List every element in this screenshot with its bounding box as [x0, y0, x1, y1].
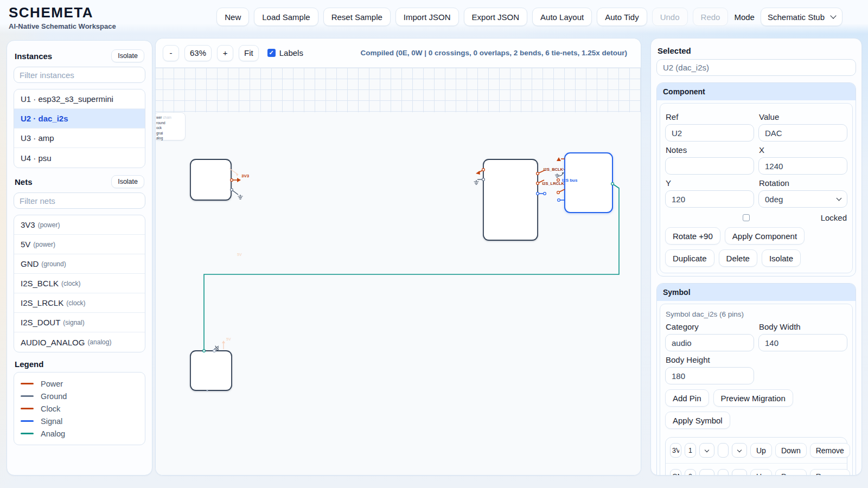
- chevron-down-icon: [705, 473, 709, 476]
- pin-type-select[interactable]: [732, 469, 747, 476]
- legend-title: Legend: [15, 359, 43, 369]
- net-item-i2s-dout[interactable]: I2S_DOUT (signal): [14, 313, 145, 332]
- legend-label: Ground: [41, 392, 67, 401]
- schematic-drawing: 3V3 5V I2S_BC: [156, 68, 641, 476]
- labels-checkbox[interactable]: ✓: [267, 49, 276, 57]
- apply-symbol-button[interactable]: Apply Symbol: [665, 412, 730, 429]
- compile-status: Compiled (0E, 0W | 0 crossings, 0 overla…: [361, 49, 634, 57]
- pin-number-input[interactable]: [685, 469, 696, 476]
- delete-button[interactable]: Delete: [719, 249, 757, 267]
- pin-type-select[interactable]: [732, 443, 747, 458]
- body-width-input[interactable]: [758, 334, 847, 351]
- pin-name-input[interactable]: [670, 469, 681, 476]
- redo-button[interactable]: Redo: [693, 8, 729, 26]
- instance-item-u1[interactable]: U1 · esp32_s3_supermini: [14, 89, 145, 109]
- ref-input[interactable]: [665, 124, 754, 142]
- apply-component-button[interactable]: Apply Component: [725, 227, 805, 245]
- fit-button[interactable]: Fit: [239, 45, 259, 61]
- pin-down-button[interactable]: Down: [775, 443, 807, 458]
- instance-item-u4[interactable]: U4 · psu: [14, 148, 145, 168]
- pin-down-button[interactable]: Down: [775, 469, 807, 476]
- instance-item-u2[interactable]: U2 · dac_i2s: [14, 109, 145, 129]
- net-name: I2S_LRCLK: [21, 298, 63, 307]
- net-item-3v3[interactable]: 3V3 (power): [14, 215, 145, 235]
- net-name: GND: [21, 259, 39, 268]
- category-label: Category: [666, 322, 754, 331]
- wire-audio-analog[interactable]: [204, 184, 619, 350]
- nets-isolate-button[interactable]: Isolate: [111, 175, 144, 188]
- category-input[interactable]: [665, 334, 754, 351]
- instances-list: U1 · esp32_s3_supermini U2 · dac_i2s U3 …: [14, 89, 145, 168]
- pin-side-select[interactable]: [699, 469, 714, 476]
- net-item-i2s-lrclk[interactable]: I2S_LRCLK (clock): [14, 293, 145, 313]
- instances-isolate-button[interactable]: Isolate: [111, 49, 144, 62]
- duplicate-button[interactable]: Duplicate: [665, 249, 714, 267]
- pin-name-input[interactable]: [670, 443, 681, 458]
- net-type: (power): [33, 241, 55, 248]
- isolate-button[interactable]: Isolate: [762, 249, 801, 267]
- ground-symbol: [238, 195, 243, 199]
- new-button[interactable]: New: [216, 8, 249, 26]
- reset-sample-button[interactable]: Reset Sample: [323, 8, 391, 26]
- legend-label: Power: [41, 380, 63, 388]
- net-item-5v[interactable]: 5V (power): [14, 235, 145, 254]
- locked-label: Locked: [821, 213, 847, 222]
- add-pin-button[interactable]: Add Pin: [665, 389, 709, 407]
- notes-input[interactable]: [665, 157, 754, 175]
- net-type: (clock): [61, 280, 80, 287]
- body-height-label: Body Height: [666, 355, 754, 364]
- legend-item-clock: Clock: [21, 402, 138, 415]
- net-label-i2s-lrclk: I2S_LRCLK: [542, 181, 564, 186]
- pin-up-button[interactable]: Up: [750, 469, 772, 476]
- import-json-button[interactable]: Import JSON: [395, 8, 459, 26]
- load-sample-button[interactable]: Load Sample: [254, 8, 318, 26]
- net-item-i2s-bclk[interactable]: I2S_BCLK (clock): [14, 274, 145, 293]
- pin-number-input[interactable]: [685, 443, 696, 458]
- export-json-button[interactable]: Export JSON: [464, 8, 528, 26]
- preview-migration-button[interactable]: Preview Migration: [713, 389, 793, 407]
- net-name: I2S_BCLK: [21, 279, 59, 288]
- mode-select[interactable]: Schematic Stub: [761, 8, 843, 26]
- net-label-3v3: 3V3: [241, 174, 250, 178]
- symbol-card: Symbol Symbol dac_i2s (6 pins) Category …: [656, 283, 856, 476]
- value-input[interactable]: [758, 124, 847, 142]
- pin-remove-button[interactable]: Remove: [810, 443, 850, 458]
- rotate-90-button[interactable]: Rotate +90: [665, 227, 720, 245]
- component-box-u2-selected[interactable]: [565, 153, 612, 213]
- power-flag: [557, 157, 561, 161]
- pin-dot: [544, 192, 546, 195]
- net-item-gnd[interactable]: GND (ground): [14, 254, 145, 274]
- net-item-audio-analog[interactable]: AUDIO_ANALOG (analog): [14, 332, 145, 352]
- rotation-select[interactable]: 0deg: [758, 190, 847, 208]
- faint-power-arrow: [222, 341, 225, 343]
- pin-offset-input[interactable]: [718, 443, 729, 458]
- zoom-out-button[interactable]: -: [163, 45, 179, 61]
- component-box-b[interactable]: [483, 159, 538, 240]
- schematic-canvas[interactable]: wer chain round ock gnal alog 3V3: [156, 68, 641, 476]
- x-input[interactable]: [758, 157, 847, 175]
- power-flag: [476, 171, 480, 175]
- pin-up-button[interactable]: Up: [750, 443, 772, 458]
- selected-input[interactable]: [656, 59, 856, 76]
- y-input[interactable]: [665, 190, 754, 208]
- auto-tidy-button[interactable]: Auto Tidy: [597, 8, 647, 26]
- filter-instances-input[interactable]: [14, 67, 145, 83]
- body-height-input[interactable]: [665, 367, 754, 384]
- power-swatch: [21, 383, 34, 385]
- auto-layout-button[interactable]: Auto Layout: [532, 8, 592, 26]
- net-label-5v-faint: 5V: [237, 253, 242, 256]
- component-box-a[interactable]: [190, 159, 231, 200]
- pin-side-select[interactable]: [699, 443, 714, 458]
- undo-button[interactable]: Undo: [652, 8, 688, 26]
- pin-dot: [537, 172, 539, 175]
- zoom-in-button[interactable]: +: [217, 45, 233, 61]
- pin-remove-button[interactable]: Remove: [810, 469, 850, 476]
- pin-offset-input[interactable]: [718, 469, 729, 476]
- locked-checkbox[interactable]: [743, 214, 750, 221]
- pin-row-2: Up Down Remove: [666, 464, 847, 476]
- pin-dot: [213, 350, 216, 352]
- component-box-d[interactable]: [190, 351, 232, 390]
- filter-nets-input[interactable]: [14, 192, 145, 209]
- selected-title: Selected: [658, 46, 855, 55]
- instance-item-u3[interactable]: U3 · amp: [14, 129, 145, 148]
